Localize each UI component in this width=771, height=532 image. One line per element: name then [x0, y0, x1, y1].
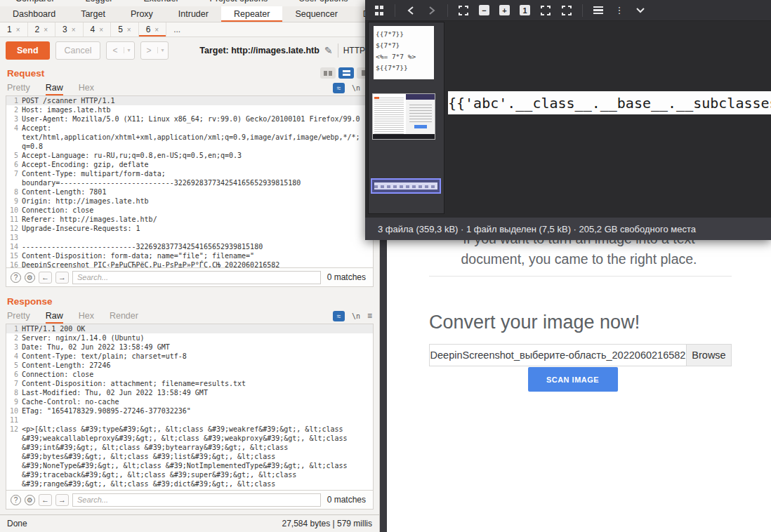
tab-sequencer[interactable]: Sequencer [282, 6, 350, 22]
code-line: 10Connection: close [6, 206, 373, 215]
repeater-tab-5[interactable]: 5× [111, 22, 139, 36]
fit-width-icon[interactable] [540, 5, 551, 16]
thumbnail-selected-strip[interactable] [371, 178, 441, 194]
repeater-tab-1[interactable]: 1× [0, 22, 28, 36]
tab-target[interactable]: Target [68, 6, 118, 22]
code-line: 11Referer: http://images.late.htb/ [6, 215, 373, 224]
gear-icon[interactable]: ⚙ [25, 272, 35, 283]
code-line: 6Accept-Encoding: gzip, deflate [6, 160, 373, 169]
close-icon[interactable]: × [154, 26, 159, 34]
file-input-value: DeepinScreenshot_выберите-область_202206… [430, 345, 686, 366]
request-header: Request [0, 63, 379, 80]
response-match-count: 0 matches [324, 495, 369, 505]
repeater-tab-6[interactable]: 6× [139, 22, 167, 36]
more-options-icon[interactable]: ⋮ [614, 5, 625, 16]
tab-raw[interactable]: Raw [46, 80, 63, 95]
thumbnails-grid-icon[interactable] [374, 5, 385, 16]
search-prev-icon[interactable]: ← [39, 494, 52, 506]
line-text: DeepinScreenshot_РІС‹Р±РµСЂРёС‚Рµ-РѕР±Р»… [22, 260, 373, 268]
repeater-tab-2[interactable]: 2× [28, 22, 56, 36]
previous-image-icon[interactable] [405, 5, 416, 16]
response-search-input[interactable] [72, 493, 321, 507]
zoom-100-icon[interactable]: 1 [520, 5, 530, 15]
request-match-count: 0 matches [324, 272, 369, 282]
request-search-input[interactable] [72, 271, 321, 284]
send-button[interactable]: Send [6, 41, 50, 60]
tab-project-options[interactable]: Project options [195, 0, 284, 6]
help-icon[interactable]: ? [11, 495, 21, 505]
line-number: 8 [6, 388, 22, 397]
zoom-in-icon[interactable]: + [499, 5, 510, 15]
line-text: Referer: http://images.late.htb/ [22, 215, 373, 224]
scan-image-button[interactable]: SCAN IMAGE [528, 367, 618, 392]
line-number: 11 [6, 415, 22, 425]
tab-comparer[interactable]: Comparer [0, 0, 70, 6]
cancel-button[interactable]: Cancel [55, 41, 101, 60]
file-input[interactable]: DeepinScreenshot_выберите-область_202206… [429, 344, 732, 366]
tab-pretty[interactable]: Pretty [7, 80, 30, 95]
chevron-down-icon[interactable] [635, 5, 646, 16]
chevron-down-icon[interactable]: ▾ [124, 47, 134, 53]
tab-hex[interactable]: Hex [79, 308, 94, 324]
soft-wrap-icon[interactable]: ≈ [333, 83, 345, 93]
editor-menu-icon[interactable]: ≡ [367, 311, 372, 321]
gear-icon[interactable]: ⚙ [25, 495, 35, 505]
close-icon[interactable]: × [72, 26, 76, 34]
repeater-tab-4[interactable]: 4× [84, 22, 112, 36]
search-prev-icon[interactable]: ← [39, 272, 52, 284]
code-line: 5Content-Length: 27246 [6, 361, 373, 370]
tab-extender[interactable]: Extender [128, 0, 195, 6]
line-number: 8 [6, 187, 22, 197]
screenshot-taskbar [373, 134, 435, 139]
tab-pretty[interactable]: Pretty [7, 308, 30, 324]
tab-logger[interactable]: Logger [70, 0, 128, 6]
line-number: 12 [6, 425, 22, 491]
line-text: Last-Modified: Thu, 02 Jun 2022 13:58:49… [22, 388, 373, 397]
thumbnail-screenshot[interactable] [372, 93, 435, 140]
browse-button[interactable]: Browse [686, 345, 731, 366]
fit-window-icon[interactable] [458, 5, 469, 16]
tab-user-options[interactable]: User options [283, 0, 363, 6]
close-icon[interactable]: × [127, 26, 131, 34]
show-newlines-icon[interactable]: \n [352, 312, 360, 320]
list-view-icon[interactable] [593, 5, 604, 16]
tab-intruder[interactable]: Intruder [166, 6, 221, 22]
line-text: Accept-Encoding: gzip, deflate [22, 160, 373, 169]
soft-wrap-icon[interactable]: ≈ [333, 311, 345, 321]
search-next-icon[interactable]: → [55, 272, 69, 284]
original-size-icon[interactable] [561, 5, 572, 16]
next-image-icon[interactable] [426, 5, 437, 16]
zoom-out-icon[interactable]: − [479, 5, 489, 15]
request-title: Request [7, 68, 44, 79]
search-next-icon[interactable]: → [55, 494, 69, 506]
help-icon[interactable]: ? [11, 272, 21, 283]
burp-status-bar: Done 27,584 bytes | 579 millis [0, 514, 379, 532]
close-icon[interactable]: × [44, 26, 48, 34]
request-editor[interactable]: 1POST /scanner HTTP/1.12Host: images.lat… [6, 95, 374, 268]
columns-layout-icon[interactable] [320, 67, 336, 79]
line-text: HTTP/1.1 200 OK [22, 324, 373, 333]
response-editor[interactable]: 1HTTP/1.1 200 OK2Server: nginx/1.14.0 (U… [6, 324, 374, 491]
tab-proxy[interactable]: Proxy [118, 6, 166, 22]
more-tabs-button[interactable]: ... [166, 22, 187, 36]
status-done: Done [7, 519, 27, 528]
thumbnail-ssti-payloads[interactable]: {{7*7}} ${7*7} <%= 7*7 %> ${{7*7}} [374, 26, 434, 79]
edit-pencil-icon[interactable]: ✎ [324, 45, 333, 56]
prev-request-button[interactable]: < ▾ [106, 41, 134, 60]
next-request-button[interactable]: > ▾ [140, 41, 169, 60]
show-newlines-icon[interactable]: \n [352, 84, 360, 92]
tab-dashboard[interactable]: Dashboard [0, 6, 68, 22]
rows-layout-icon[interactable] [338, 67, 354, 79]
tab-hex[interactable]: Hex [79, 80, 94, 95]
close-icon[interactable]: × [16, 26, 20, 34]
tab-repeater[interactable]: Repeater [221, 6, 282, 22]
tab-render[interactable]: Render [110, 308, 138, 324]
code-line: 2Host: images.late.htb [6, 105, 373, 114]
burp-top-tabs-clipped: Comparer Logger Extender Project options… [0, 0, 379, 6]
chevron-down-icon[interactable]: ▾ [157, 47, 168, 53]
close-icon[interactable]: × [99, 26, 103, 34]
line-number: 1 [6, 324, 22, 333]
main-image-preview[interactable]: {{'abc'.__class__.__base__.__subclasses_… [448, 91, 771, 114]
repeater-tab-3[interactable]: 3× [55, 22, 84, 36]
tab-raw[interactable]: Raw [46, 308, 63, 324]
